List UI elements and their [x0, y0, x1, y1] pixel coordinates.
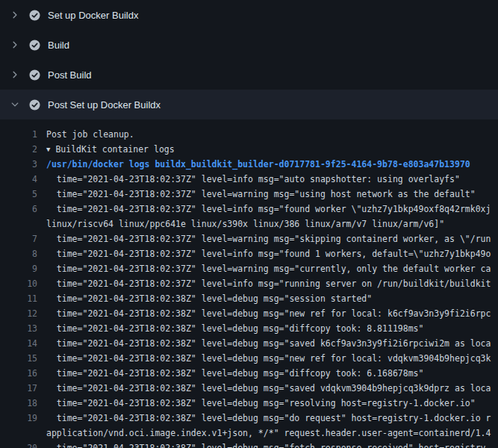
- chevron-right-icon[interactable]: [9, 9, 21, 21]
- step-title: Post Build: [48, 69, 92, 81]
- line-number[interactable]: 18: [0, 396, 37, 411]
- log-line: 17 time="2021-04-23T18:02:38Z" level=deb…: [0, 381, 498, 396]
- line-number[interactable]: 17: [0, 381, 37, 396]
- line-number[interactable]: 2: [0, 142, 37, 157]
- step-header-post-set-up-docker-buildx[interactable]: Post Set up Docker Buildx: [0, 90, 498, 119]
- log-line: 12 time="2021-04-23T18:02:38Z" level=deb…: [0, 306, 498, 321]
- chevron-down-icon[interactable]: [9, 99, 21, 111]
- log-line: 5 time="2021-04-23T18:02:37Z" level=warn…: [0, 187, 498, 202]
- step-title: Set up Docker Buildx: [48, 10, 138, 21]
- line-number[interactable]: 3: [0, 157, 37, 172]
- line-content: time="2021-04-23T18:02:38Z" level=debug …: [37, 321, 498, 336]
- line-number[interactable]: 13: [0, 321, 37, 336]
- line-number[interactable]: 10: [0, 276, 37, 291]
- line-number[interactable]: 12: [0, 306, 37, 321]
- line-content: time="2021-04-23T18:02:37Z" level=info m…: [37, 202, 498, 217]
- line-content: time="2021-04-23T18:02:38Z" level=debug …: [37, 291, 498, 306]
- line-number[interactable]: 16: [0, 366, 37, 381]
- line-number[interactable]: 15: [0, 351, 37, 366]
- line-content: application/vnd.oci.image.index.v1+json,…: [37, 426, 498, 441]
- line-number[interactable]: 5: [0, 187, 37, 202]
- log-line: 13 time="2021-04-23T18:02:38Z" level=deb…: [0, 321, 498, 336]
- step-header-set-up-docker-buildx[interactable]: Set up Docker Buildx: [0, 0, 498, 30]
- line-content: time="2021-04-23T18:02:38Z" level=debug …: [37, 336, 498, 351]
- line-content: time="2021-04-23T18:02:38Z" level=debug …: [37, 441, 498, 448]
- line-number[interactable]: 4: [0, 172, 37, 187]
- line-content: time="2021-04-23T18:02:37Z" level=warnin…: [37, 231, 498, 246]
- line-number[interactable]: 19: [0, 411, 37, 426]
- group-title: BuildKit container logs: [55, 144, 174, 155]
- log-line: 11 time="2021-04-23T18:02:38Z" level=deb…: [0, 291, 498, 306]
- chevron-right-icon[interactable]: [9, 69, 21, 81]
- log-line: 16 time="2021-04-23T18:02:38Z" level=deb…: [0, 366, 498, 381]
- line-content: time="2021-04-23T18:02:38Z" level=debug …: [37, 381, 498, 396]
- line-number[interactable]: 6: [0, 202, 37, 217]
- line-content: ▼BuildKit container logs: [37, 142, 498, 157]
- line-number[interactable]: 7: [0, 231, 37, 246]
- step-header-build[interactable]: Build: [0, 30, 498, 60]
- line-content: time="2021-04-23T18:02:38Z" level=debug …: [37, 366, 498, 381]
- log-line-continuation: linux/riscv64 linux/ppc641e linux/s390x …: [0, 217, 498, 231]
- log-line: 15 time="2021-04-23T18:02:38Z" level=deb…: [0, 351, 498, 366]
- line-content: time="2021-04-23T18:02:38Z" level=debug …: [37, 306, 498, 321]
- line-number: [0, 217, 37, 231]
- line-number[interactable]: 11: [0, 291, 37, 306]
- group-caret-icon[interactable]: ▼: [46, 142, 50, 157]
- log-line: 4 time="2021-04-23T18:02:37Z" level=info…: [0, 172, 498, 187]
- check-circle-icon: [28, 69, 40, 81]
- step-header-post-build[interactable]: Post Build: [0, 60, 498, 90]
- line-content: time="2021-04-23T18:02:37Z" level=info m…: [37, 246, 498, 261]
- log-line: 7 time="2021-04-23T18:02:37Z" level=warn…: [0, 231, 498, 246]
- log-line: 20 time="2021-04-23T18:02:38Z" level=deb…: [0, 441, 498, 448]
- log-line: 6 time="2021-04-23T18:02:37Z" level=info…: [0, 202, 498, 217]
- line-content: linux/riscv64 linux/ppc641e linux/s390x …: [37, 217, 498, 231]
- step-title: Post Set up Docker Buildx: [48, 99, 161, 111]
- line-number[interactable]: 14: [0, 336, 37, 351]
- check-circle-icon: [28, 9, 40, 21]
- log-line: 14 time="2021-04-23T18:02:38Z" level=deb…: [0, 336, 498, 351]
- line-content: time="2021-04-23T18:02:37Z" level=warnin…: [37, 261, 498, 276]
- log-line-continuation: application/vnd.oci.image.index.v1+json,…: [0, 426, 498, 441]
- chevron-right-icon[interactable]: [9, 39, 21, 51]
- line-number[interactable]: 9: [0, 261, 37, 276]
- log-line: 10 time="2021-04-23T18:02:37Z" level=inf…: [0, 276, 498, 291]
- line-number[interactable]: 20: [0, 441, 37, 448]
- line-content: time="2021-04-23T18:02:38Z" level=debug …: [37, 351, 498, 366]
- log-line: 18 time="2021-04-23T18:02:38Z" level=deb…: [0, 396, 498, 411]
- line-content: time="2021-04-23T18:02:38Z" level=debug …: [37, 396, 498, 411]
- log-line: 1Post job cleanup.: [0, 127, 498, 142]
- line-content: time="2021-04-23T18:02:37Z" level=info m…: [37, 172, 498, 187]
- log-line: 9 time="2021-04-23T18:02:37Z" level=warn…: [0, 261, 498, 276]
- line-content: Post job cleanup.: [37, 127, 498, 142]
- steps-list: Set up Docker BuildxBuildPost BuildPost …: [0, 0, 498, 119]
- log-line: 19 time="2021-04-23T18:02:38Z" level=deb…: [0, 411, 498, 426]
- line-number: [0, 426, 37, 441]
- line-content: time="2021-04-23T18:02:38Z" level=debug …: [37, 411, 498, 426]
- command-text: /usr/bin/docker logs buildx_buildkit_bui…: [37, 157, 498, 172]
- log-line: 3/usr/bin/docker logs buildx_buildkit_bu…: [0, 157, 498, 172]
- check-circle-icon: [28, 99, 40, 111]
- line-number[interactable]: 1: [0, 127, 37, 142]
- log-area: 1Post job cleanup.2▼BuildKit container l…: [0, 119, 498, 448]
- line-content: time="2021-04-23T18:02:37Z" level=info m…: [37, 276, 498, 291]
- line-content: time="2021-04-23T18:02:37Z" level=warnin…: [37, 187, 498, 202]
- log-line: 2▼BuildKit container logs: [0, 142, 498, 157]
- log-line: 8 time="2021-04-23T18:02:37Z" level=info…: [0, 246, 498, 261]
- check-circle-icon: [28, 39, 40, 51]
- line-number[interactable]: 8: [0, 246, 37, 261]
- step-title: Build: [48, 40, 69, 51]
